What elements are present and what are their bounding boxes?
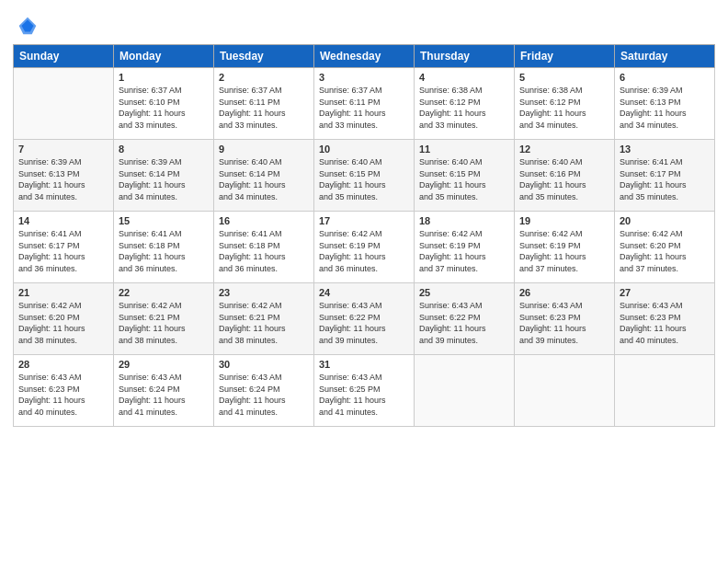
col-header-thursday: Thursday — [415, 45, 515, 68]
day-number: 24 — [319, 287, 409, 298]
week-row-5: 28Sunrise: 6:43 AMSunset: 6:23 PMDayligh… — [14, 355, 715, 427]
calendar-cell: 21Sunrise: 6:42 AMSunset: 6:20 PMDayligh… — [14, 283, 114, 355]
week-row-3: 14Sunrise: 6:41 AMSunset: 6:17 PMDayligh… — [14, 212, 715, 283]
day-info: Sunrise: 6:40 AMSunset: 6:15 PMDaylight:… — [419, 156, 509, 202]
day-info: Sunrise: 6:42 AMSunset: 6:21 PMDaylight:… — [119, 300, 209, 346]
day-number: 3 — [319, 72, 409, 83]
calendar-cell: 30Sunrise: 6:43 AMSunset: 6:24 PMDayligh… — [214, 355, 314, 427]
week-row-1: 1Sunrise: 6:37 AMSunset: 6:10 PMDaylight… — [14, 68, 715, 140]
day-info: Sunrise: 6:39 AMSunset: 6:14 PMDaylight:… — [119, 156, 209, 202]
calendar-cell — [415, 355, 515, 427]
day-number: 15 — [119, 215, 209, 226]
day-info: Sunrise: 6:38 AMSunset: 6:12 PMDaylight:… — [419, 85, 509, 131]
day-number: 28 — [18, 359, 108, 370]
col-header-tuesday: Tuesday — [214, 45, 314, 68]
logo-icon — [15, 13, 40, 39]
col-header-sunday: Sunday — [14, 45, 114, 68]
day-info: Sunrise: 6:43 AMSunset: 6:24 PMDaylight:… — [219, 372, 309, 418]
day-info: Sunrise: 6:43 AMSunset: 6:22 PMDaylight:… — [319, 300, 409, 346]
day-info: Sunrise: 6:42 AMSunset: 6:21 PMDaylight:… — [219, 300, 309, 346]
day-info: Sunrise: 6:39 AMSunset: 6:13 PMDaylight:… — [620, 85, 710, 131]
day-info: Sunrise: 6:40 AMSunset: 6:16 PMDaylight:… — [519, 156, 609, 202]
day-number: 17 — [319, 215, 409, 226]
day-number: 8 — [119, 144, 209, 155]
day-info: Sunrise: 6:40 AMSunset: 6:15 PMDaylight:… — [319, 156, 409, 202]
day-number: 12 — [519, 144, 609, 155]
day-info: Sunrise: 6:37 AMSunset: 6:11 PMDaylight:… — [319, 85, 409, 131]
col-header-friday: Friday — [515, 45, 615, 68]
day-info: Sunrise: 6:43 AMSunset: 6:23 PMDaylight:… — [620, 300, 710, 346]
day-number: 10 — [319, 144, 409, 155]
day-number: 4 — [419, 72, 509, 83]
week-row-2: 7Sunrise: 6:39 AMSunset: 6:13 PMDaylight… — [14, 140, 715, 212]
calendar-cell: 8Sunrise: 6:39 AMSunset: 6:14 PMDaylight… — [114, 140, 214, 212]
calendar-cell: 17Sunrise: 6:42 AMSunset: 6:19 PMDayligh… — [314, 212, 415, 283]
calendar-cell: 9Sunrise: 6:40 AMSunset: 6:14 PMDaylight… — [214, 140, 314, 212]
day-number: 19 — [519, 215, 609, 226]
calendar-cell: 13Sunrise: 6:41 AMSunset: 6:17 PMDayligh… — [615, 140, 715, 212]
day-number: 31 — [319, 359, 409, 370]
day-number: 25 — [419, 287, 509, 298]
calendar-cell: 20Sunrise: 6:42 AMSunset: 6:20 PMDayligh… — [615, 212, 715, 283]
calendar-cell: 22Sunrise: 6:42 AMSunset: 6:21 PMDayligh… — [114, 283, 214, 355]
day-number: 20 — [620, 215, 710, 226]
day-info: Sunrise: 6:42 AMSunset: 6:20 PMDaylight:… — [620, 228, 710, 274]
day-number: 7 — [18, 144, 108, 155]
day-info: Sunrise: 6:41 AMSunset: 6:18 PMDaylight:… — [119, 228, 209, 274]
day-info: Sunrise: 6:43 AMSunset: 6:22 PMDaylight:… — [419, 300, 509, 346]
day-number: 13 — [620, 144, 710, 155]
day-number: 30 — [219, 359, 309, 370]
calendar-cell: 15Sunrise: 6:41 AMSunset: 6:18 PMDayligh… — [114, 212, 214, 283]
calendar-cell: 16Sunrise: 6:41 AMSunset: 6:18 PMDayligh… — [214, 212, 314, 283]
day-info: Sunrise: 6:38 AMSunset: 6:12 PMDaylight:… — [519, 85, 609, 131]
calendar-cell: 4Sunrise: 6:38 AMSunset: 6:12 PMDaylight… — [415, 68, 515, 140]
calendar-cell: 3Sunrise: 6:37 AMSunset: 6:11 PMDaylight… — [314, 68, 415, 140]
day-info: Sunrise: 6:37 AMSunset: 6:11 PMDaylight:… — [219, 85, 309, 131]
day-info: Sunrise: 6:41 AMSunset: 6:18 PMDaylight:… — [219, 228, 309, 274]
page-container: SundayMondayTuesdayWednesdayThursdayFrid… — [0, 0, 728, 436]
day-info: Sunrise: 6:43 AMSunset: 6:23 PMDaylight:… — [519, 300, 609, 346]
day-number: 5 — [519, 72, 609, 83]
col-header-monday: Monday — [114, 45, 214, 68]
calendar-cell: 29Sunrise: 6:43 AMSunset: 6:24 PMDayligh… — [114, 355, 214, 427]
calendar-cell: 25Sunrise: 6:43 AMSunset: 6:22 PMDayligh… — [415, 283, 515, 355]
calendar-table: SundayMondayTuesdayWednesdayThursdayFrid… — [13, 44, 715, 427]
calendar-cell: 31Sunrise: 6:43 AMSunset: 6:25 PMDayligh… — [314, 355, 415, 427]
calendar-cell: 7Sunrise: 6:39 AMSunset: 6:13 PMDaylight… — [14, 140, 114, 212]
calendar-cell: 6Sunrise: 6:39 AMSunset: 6:13 PMDaylight… — [615, 68, 715, 140]
calendar-cell: 23Sunrise: 6:42 AMSunset: 6:21 PMDayligh… — [214, 283, 314, 355]
day-info: Sunrise: 6:42 AMSunset: 6:19 PMDaylight:… — [419, 228, 509, 274]
calendar-cell: 26Sunrise: 6:43 AMSunset: 6:23 PMDayligh… — [515, 283, 615, 355]
day-info: Sunrise: 6:41 AMSunset: 6:17 PMDaylight:… — [18, 228, 108, 274]
calendar-cell — [14, 68, 114, 140]
day-number: 11 — [419, 144, 509, 155]
logo — [13, 13, 40, 39]
day-info: Sunrise: 6:42 AMSunset: 6:19 PMDaylight:… — [519, 228, 609, 274]
calendar-cell: 28Sunrise: 6:43 AMSunset: 6:23 PMDayligh… — [14, 355, 114, 427]
day-info: Sunrise: 6:42 AMSunset: 6:19 PMDaylight:… — [319, 228, 409, 274]
day-info: Sunrise: 6:37 AMSunset: 6:10 PMDaylight:… — [119, 85, 209, 131]
calendar-cell — [515, 355, 615, 427]
col-header-saturday: Saturday — [615, 45, 715, 68]
calendar-cell: 11Sunrise: 6:40 AMSunset: 6:15 PMDayligh… — [415, 140, 515, 212]
week-row-4: 21Sunrise: 6:42 AMSunset: 6:20 PMDayligh… — [14, 283, 715, 355]
calendar-cell — [615, 355, 715, 427]
day-info: Sunrise: 6:42 AMSunset: 6:20 PMDaylight:… — [18, 300, 108, 346]
day-info: Sunrise: 6:43 AMSunset: 6:25 PMDaylight:… — [319, 372, 409, 418]
day-number: 6 — [620, 72, 710, 83]
calendar-cell: 14Sunrise: 6:41 AMSunset: 6:17 PMDayligh… — [14, 212, 114, 283]
calendar-cell: 12Sunrise: 6:40 AMSunset: 6:16 PMDayligh… — [515, 140, 615, 212]
day-number: 27 — [620, 287, 710, 298]
day-number: 22 — [119, 287, 209, 298]
col-header-wednesday: Wednesday — [314, 45, 415, 68]
header-row: SundayMondayTuesdayWednesdayThursdayFrid… — [14, 45, 715, 68]
day-info: Sunrise: 6:39 AMSunset: 6:13 PMDaylight:… — [18, 156, 108, 202]
day-number: 14 — [18, 215, 108, 226]
day-number: 23 — [219, 287, 309, 298]
day-number: 21 — [18, 287, 108, 298]
calendar-cell: 18Sunrise: 6:42 AMSunset: 6:19 PMDayligh… — [415, 212, 515, 283]
calendar-cell: 1Sunrise: 6:37 AMSunset: 6:10 PMDaylight… — [114, 68, 214, 140]
calendar-cell: 24Sunrise: 6:43 AMSunset: 6:22 PMDayligh… — [314, 283, 415, 355]
day-number: 9 — [219, 144, 309, 155]
calendar-cell: 5Sunrise: 6:38 AMSunset: 6:12 PMDaylight… — [515, 68, 615, 140]
